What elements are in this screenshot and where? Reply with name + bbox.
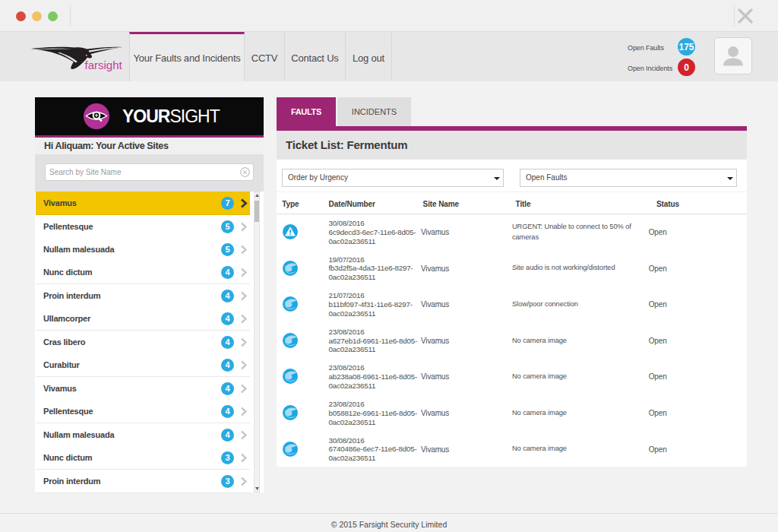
- svg-text:farsight: farsight: [85, 59, 123, 71]
